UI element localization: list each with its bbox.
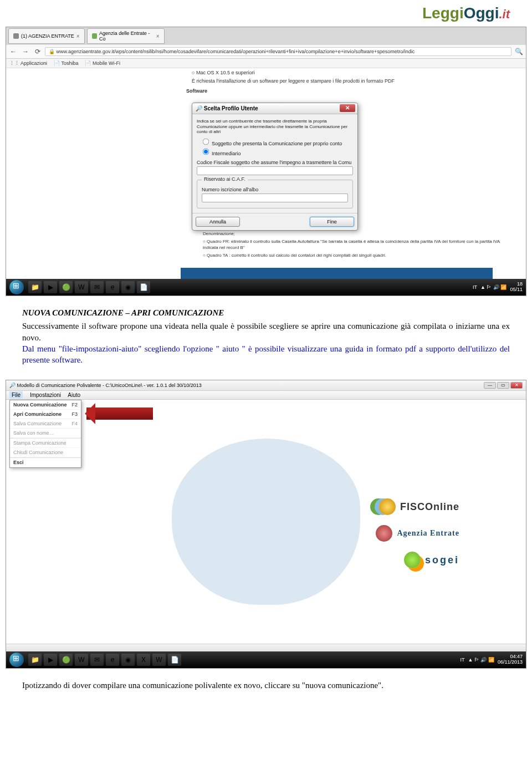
bookmarks-bar: ⋮⋮ Applicazioni 📄 Toshiba 📄 Mobile Wi-Fi — [6, 59, 526, 68]
app-titlebar: 🔎 Modello di Comunicazione Polivalente -… — [6, 380, 526, 391]
dialog-intro: Indica se sei un contribuente che trasme… — [197, 119, 353, 135]
document-paragraph-1: NUOVA COMUNICAZIONE – APRI COMUNICAZIONE… — [0, 296, 532, 376]
ie-icon[interactable]: e — [106, 281, 119, 293]
lang-indicator[interactable]: IT — [473, 284, 477, 290]
start-button[interactable] — [9, 280, 24, 294]
thunderbird-icon[interactable]: ✉ — [90, 281, 104, 293]
document-paragraph-2: Ipotizzando di dover compilare una comun… — [0, 669, 532, 702]
address-bar: ← → ⟳ 🔒 www.agenziaentrate.gov.it/wps/co… — [6, 45, 526, 59]
caf-fieldset: Riservato ai C.A.F. Numero iscrizione al… — [197, 180, 353, 208]
word-icon[interactable]: W — [75, 654, 88, 666]
apps-button[interactable]: ⋮⋮ Applicazioni — [9, 60, 47, 66]
browser-screenshot-1: (1) AGENZIA ENTRATE× Agenzia delle Entra… — [6, 27, 526, 296]
profile-dialog: 🔎 Scelta Profilo Utente ✕ Indica se sei … — [192, 103, 358, 231]
media-icon[interactable]: ▶ — [44, 281, 57, 293]
sogei-logo: sogei — [376, 552, 459, 568]
app-statusbar — [6, 644, 526, 651]
explorer-icon[interactable]: 📁 — [28, 281, 42, 293]
tray-icons[interactable]: ▲ 🏳 🔊 📶 — [468, 657, 494, 663]
blue-footer-bar — [181, 268, 493, 279]
menu-esci[interactable]: Esci — [10, 458, 81, 467]
page-footer-notes: Denominazione; ○ Quadro FR: eliminato il… — [197, 229, 508, 261]
spesometro-icon[interactable]: 📄 — [168, 654, 181, 666]
menu-salva-nome[interactable]: Salva con nome… — [10, 429, 81, 438]
background-shape — [172, 439, 360, 605]
forward-icon[interactable]: → — [21, 47, 30, 57]
clock[interactable]: 1805/11 — [510, 282, 523, 293]
app-menubar: File Impostazioni Aiuto — [6, 391, 526, 400]
background-logos: FISCOnline Agenzia Entrate sogei — [376, 488, 459, 578]
fisconline-logo: FISCOnline — [376, 498, 459, 515]
excel-icon[interactable]: X — [137, 654, 150, 666]
close-icon[interactable]: ✕ — [340, 104, 355, 112]
search-icon[interactable]: 🔍 — [514, 47, 524, 57]
ie-icon[interactable]: e — [106, 654, 119, 666]
maximize-icon[interactable]: ▭ — [497, 382, 509, 389]
cf-input[interactable] — [197, 166, 353, 175]
red-arrow-annotation — [86, 408, 153, 420]
app-icon-1[interactable]: 🟢 — [59, 281, 73, 293]
radio-intermediario[interactable]: Intermediario — [202, 148, 353, 156]
word-doc-icon[interactable]: W — [152, 654, 166, 666]
albo-label: Numero iscrizione all'albo — [202, 187, 348, 192]
page-content-1: ○ Mac OS X 10.5 e superiori È richiesta … — [6, 68, 526, 279]
menu-stampa[interactable]: Stampa Comunicazione — [10, 439, 81, 448]
top-brand-logo: LeggiOggi.it — [0, 0, 532, 27]
menu-nuova[interactable]: Nuova ComunicazioneF2 — [10, 400, 81, 410]
chrome-icon[interactable]: ◉ — [121, 654, 135, 666]
media-icon[interactable]: ▶ — [44, 654, 57, 666]
dialog-titlebar: 🔎 Scelta Profilo Utente ✕ — [192, 103, 357, 114]
tray-icons[interactable]: ▲ 🏳 🔊 📶 — [480, 284, 507, 290]
chrome-icon[interactable]: ◉ — [121, 281, 135, 293]
window-buttons: — ▭ ✕ — [484, 382, 523, 389]
reload-icon[interactable]: ⟳ — [33, 47, 43, 57]
back-icon[interactable]: ← — [8, 47, 18, 57]
close-icon[interactable]: ✕ — [510, 382, 523, 389]
taskbar-1: 📁 ▶ 🟢 W ✉ e ◉ 📄 IT ▲ 🏳 🔊 📶 1805/11 — [6, 279, 526, 296]
tab-1[interactable]: (1) AGENZIA ENTRATE× — [8, 28, 85, 44]
lang-indicator[interactable]: IT — [461, 657, 465, 663]
ok-button[interactable]: Fine — [310, 217, 354, 227]
word-icon[interactable]: W — [75, 281, 88, 293]
menu-apri[interactable]: Apri ComunicazioneF3 — [10, 410, 81, 419]
app-icon-1[interactable]: 🟢 — [59, 654, 73, 666]
menu-file[interactable]: File — [9, 391, 23, 399]
app-screenshot: 🔎 Modello di Comunicazione Polivalente -… — [6, 380, 526, 669]
cf-label: Codice Fiscale soggetto che assume l'imp… — [197, 160, 353, 165]
minimize-icon[interactable]: — — [484, 382, 496, 389]
cancel-button[interactable]: Annulla — [196, 217, 240, 227]
explorer-icon[interactable]: 📁 — [28, 654, 42, 666]
tab-2[interactable]: Agenzia delle Entrate - Co× — [87, 28, 165, 44]
agenzia-entrate-logo: Agenzia Entrate — [376, 525, 459, 542]
app-body: Nuova ComunicazioneF2 Apri Comunicazione… — [6, 400, 526, 644]
bookmark-mobile-wifi[interactable]: 📄 Mobile Wi-Fi — [85, 60, 120, 66]
menu-impostazioni[interactable]: Impostazioni — [30, 392, 61, 398]
taskbar-2: 📁 ▶ 🟢 W ✉ e ◉ X W 📄 IT ▲ 🏳 🔊 📶 04:4706/1… — [6, 651, 526, 668]
menu-salva[interactable]: Salva ComunicazioneF4 — [10, 419, 81, 429]
app-icon-2[interactable]: 📄 — [137, 281, 150, 293]
file-dropdown: Nuova ComunicazioneF2 Apri Comunicazione… — [9, 400, 81, 468]
clock[interactable]: 04:4706/11/2013 — [498, 654, 523, 665]
thunderbird-icon[interactable]: ✉ — [90, 654, 104, 666]
menu-chiudi[interactable]: Chiudi Comunicazione — [10, 448, 81, 457]
radio-soggetto[interactable]: Soggetto che presenta la Comunicazione p… — [202, 138, 353, 146]
albo-input[interactable] — [202, 193, 348, 202]
url-input[interactable]: 🔒 www.agenziaentrate.gov.it/wps/content/… — [45, 47, 511, 56]
menu-aiuto[interactable]: Aiuto — [68, 392, 80, 398]
start-button[interactable] — [9, 653, 24, 667]
bookmark-toshiba[interactable]: 📄 Toshiba — [54, 60, 78, 66]
tab-bar: (1) AGENZIA ENTRATE× Agenzia delle Entra… — [6, 27, 526, 45]
